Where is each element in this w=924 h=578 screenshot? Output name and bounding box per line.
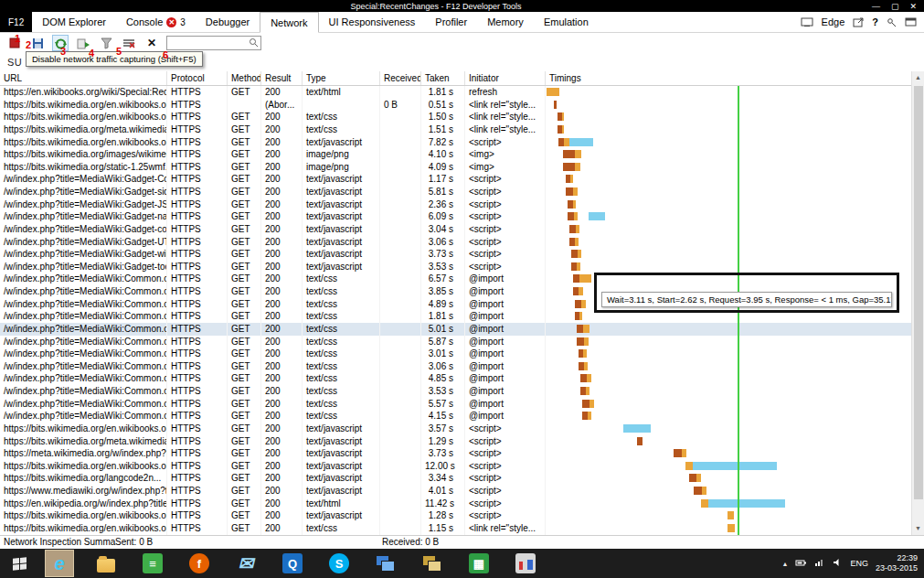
timing-segment-blue <box>569 138 593 146</box>
table-row[interactable]: https://bits.wikimedia.org/en.wikibooks.… <box>0 522 924 535</box>
table-row[interactable]: /w/index.php?title=MediaWiki:Common.cs..… <box>0 360 924 373</box>
column-header-taken[interactable]: Taken <box>421 71 465 85</box>
column-header-method[interactable]: Method <box>228 71 261 85</box>
clear-entries-icon[interactable]: ✕ <box>143 35 160 51</box>
minimize-button[interactable]: — <box>872 2 880 11</box>
cell-protocol: HTTPS <box>167 123 228 136</box>
taskbar-app-mail[interactable]: ✉ <box>232 551 260 576</box>
table-row[interactable]: /w/index.php?title=MediaWiki:Common.cs..… <box>0 398 924 411</box>
table-row[interactable]: https://bits.wikimedia.org/en.wikibooks.… <box>0 423 924 435</box>
column-header-received[interactable]: Received <box>380 71 421 85</box>
export-har-save-icon[interactable] <box>29 35 46 51</box>
taskbar-app-remote-desktop[interactable] <box>372 551 399 576</box>
unpin-window-icon[interactable] <box>905 17 917 27</box>
cell-taken: 5.87 s <box>421 336 465 348</box>
table-row[interactable]: https://bits.wikimedia.org/langcode2n...… <box>0 472 924 485</box>
search-input[interactable] <box>167 37 247 48</box>
table-row[interactable]: /w/index.php?title=MediaWiki:Common.cs..… <box>0 348 924 360</box>
scroll-down-icon[interactable]: ▼ <box>915 522 921 535</box>
table-row[interactable]: https://bits.wikimedia.org/static-1.25wm… <box>0 161 924 174</box>
cell-received <box>380 498 421 510</box>
table-row[interactable]: /w/index.php?title=MediaWiki:Gadget-UT..… <box>0 236 924 249</box>
tray-overflow-icon[interactable]: ▲ <box>782 561 789 567</box>
timing-segment-gold <box>584 337 589 346</box>
table-row[interactable]: /w/index.php?title=MediaWiki:Gadget-Co..… <box>0 173 924 186</box>
open-in-new-window-icon[interactable] <box>853 17 864 27</box>
taskbar-app-calculator[interactable]: ▦ <box>465 551 493 576</box>
taskbar-app-notes[interactable]: ≡ <box>139 551 166 576</box>
table-row[interactable]: /w/index.php?title=MediaWiki:Common.cs..… <box>0 372 924 385</box>
start-button[interactable] <box>0 549 38 578</box>
table-row[interactable]: https://bits.wikimedia.org/en.wikibooks.… <box>0 460 924 473</box>
close-button[interactable]: ✕ <box>909 2 917 11</box>
clear-cookies-icon[interactable] <box>121 35 137 51</box>
taskbar-app-internet-explorer[interactable]: e <box>46 551 73 576</box>
language-indicator[interactable]: ENG <box>850 559 868 568</box>
table-row[interactable]: /w/index.php?title=MediaWiki:Gadget-tool… <box>0 261 924 273</box>
clear-cache-icon[interactable] <box>98 35 114 51</box>
table-row[interactable]: https://www.mediawiki.org/w/index.php?t.… <box>0 485 924 498</box>
table-row[interactable]: /w/index.php?title=MediaWiki:Common.cs..… <box>0 323 924 336</box>
table-row[interactable]: https://meta.wikimedia.org/w/index.php?t… <box>0 447 924 460</box>
volume-icon[interactable] <box>833 558 843 569</box>
column-header-url[interactable]: URL <box>0 71 167 85</box>
table-row[interactable]: https://bits.wikimedia.org/meta.wikimedi… <box>0 435 924 448</box>
taskbar-app-chart-app[interactable] <box>512 551 539 576</box>
vertical-scrollbar[interactable]: ▲ ▼ <box>911 71 924 535</box>
column-header-type[interactable]: Type <box>303 71 380 85</box>
network-signal-icon[interactable] <box>814 558 825 569</box>
table-row[interactable]: /w/index.php?title=MediaWiki:Gadget-JSL.… <box>0 198 924 211</box>
table-row[interactable]: /w/index.php?title=MediaWiki:Gadget-com.… <box>0 223 924 236</box>
tab-memory[interactable]: Memory <box>477 12 534 32</box>
cell-taken: 3.73 s <box>421 248 465 261</box>
cell-received <box>380 522 421 535</box>
table-row[interactable]: /w/index.php?title=MediaWiki:Gadget-nav.… <box>0 210 924 223</box>
tab-emulation[interactable]: Emulation <box>534 12 599 32</box>
taskbar-app-skype[interactable]: S <box>325 551 353 576</box>
taskbar-app-file-explorer[interactable] <box>92 551 120 576</box>
column-header-result[interactable]: Result <box>261 71 303 85</box>
table-row[interactable]: /w/index.php?title=MediaWiki:Common.cs..… <box>0 336 924 348</box>
summary-view-label[interactable]: SU <box>7 57 22 68</box>
column-header-initiator[interactable]: Initiator <box>465 71 546 85</box>
search-icon[interactable] <box>247 37 260 49</box>
taskbar-app-firefox[interactable]: f <box>186 551 213 576</box>
cell-protocol: HTTPS <box>167 460 228 473</box>
tab-debugger[interactable]: Debugger <box>196 12 260 32</box>
table-row[interactable]: https://bits.wikimedia.org/en.wikibooks.… <box>0 99 924 112</box>
table-row[interactable]: https://en.wikipedia.org/w/index.php?tit… <box>0 498 924 510</box>
table-row[interactable]: /w/index.php?title=MediaWiki:Gadget-side… <box>0 186 924 198</box>
table-row[interactable]: https://bits.wikimedia.org/meta.wikimedi… <box>0 123 924 136</box>
taskbar-clock[interactable]: 22:39 23-03-2015 <box>876 553 918 574</box>
dock-target-icon[interactable] <box>801 17 813 27</box>
column-header-protocol[interactable]: Protocol <box>167 71 228 85</box>
battery-icon[interactable] <box>795 559 807 569</box>
pin-icon[interactable] <box>887 17 897 27</box>
table-row[interactable]: https://bits.wikimedia.org/en.wikibooks.… <box>0 136 924 149</box>
taskbar-app-projector[interactable] <box>419 551 446 576</box>
timing-waterfall-bar <box>580 374 924 382</box>
table-row[interactable]: /w/index.php?title=MediaWiki:Common.cs..… <box>0 385 924 398</box>
table-row[interactable]: /w/index.php?title=MediaWiki:Gadget-wik.… <box>0 248 924 261</box>
maximize-button[interactable]: ▢ <box>891 2 899 11</box>
tab-ui-responsiveness[interactable]: UI Responsiveness <box>319 12 426 32</box>
scroll-up-icon[interactable]: ▲ <box>915 71 921 84</box>
tab-profiler[interactable]: Profiler <box>425 12 477 32</box>
debug-target-edge-label[interactable]: Edge <box>822 16 845 27</box>
cell-result: 200 <box>261 186 303 198</box>
cell-method: GET <box>228 522 261 535</box>
cell-initiator: <script> <box>465 498 546 510</box>
timing-segment-dark <box>637 437 643 445</box>
tab-dom-explorer[interactable]: DOM Explorer <box>32 12 116 32</box>
table-row[interactable]: https://en.wikibooks.org/wiki/Special:Re… <box>0 86 924 99</box>
taskbar-app-q-app[interactable]: Q <box>279 551 306 576</box>
table-row[interactable]: https://bits.wikimedia.org/en.wikibooks.… <box>0 111 924 123</box>
help-button[interactable]: ? <box>872 16 878 27</box>
scrollbar-thumb[interactable] <box>914 86 923 499</box>
tab-console[interactable]: Console ✕ 3 <box>116 12 196 32</box>
table-row[interactable]: /w/index.php?title=MediaWiki:Common.cs..… <box>0 410 924 423</box>
table-row[interactable]: https://bits.wikimedia.org/en.wikibooks.… <box>0 509 924 522</box>
table-row[interactable]: https://bits.wikimedia.org/images/wikime… <box>0 148 924 161</box>
column-header-timings[interactable]: Timings <box>546 71 924 85</box>
tab-network[interactable]: Network <box>260 12 318 33</box>
